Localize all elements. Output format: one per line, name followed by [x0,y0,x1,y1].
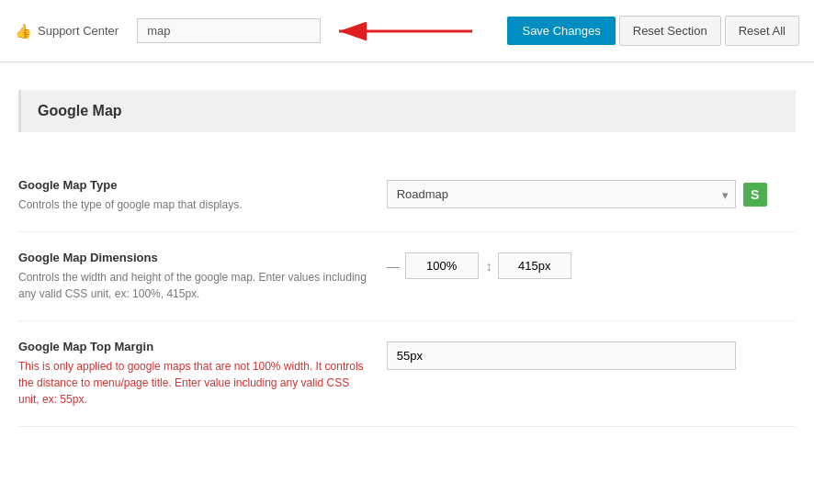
section-title: Google Map [38,103,779,119]
support-center-label: Support Center [38,24,119,38]
setting-row-map-dimensions: Google Map Dimensions Controls the width… [18,232,796,321]
height-input-group: ↕ [486,252,571,279]
setting-label-col-dimensions: Google Map Dimensions Controls the width… [18,251,368,302]
height-icon: ↕ [486,259,492,274]
reset-all-button[interactable]: Reset All [725,16,799,46]
search-wrapper [137,18,321,43]
map-height-input[interactable] [498,252,571,279]
s-smarty-icon: S [743,183,767,207]
setting-label-col-map-type: Google Map Type Controls the type of goo… [18,178,368,213]
section-header: Google Map [18,90,796,132]
main-content: Google Map Google Map Type Controls the … [0,62,814,445]
map-dimensions-label: Google Map Dimensions [18,251,368,264]
map-dimensions-control: — ↕ [387,251,796,279]
support-center-link[interactable]: 👍 Support Center [15,23,119,39]
map-margin-control [387,340,796,370]
map-type-description: Controls the type of google map that dis… [18,196,368,213]
map-dimensions-description: Controls the width and height of the goo… [18,269,368,302]
reset-section-button[interactable]: Reset Section [619,16,721,46]
search-input[interactable] [137,18,321,43]
map-margin-description: This is only applied to google maps that… [18,358,368,408]
width-input-group: — [387,252,479,279]
toolbar-right: Save Changes Reset Section Reset All [507,16,799,46]
map-type-select[interactable]: Roadmap Satellite Hybrid Terrain [387,180,736,208]
width-icon: — [387,259,400,274]
map-type-select-wrapper: Roadmap Satellite Hybrid Terrain [387,180,736,208]
save-changes-button[interactable]: Save Changes [507,17,615,45]
toolbar: 👍 Support Center Save Changes Reset Sect… [0,0,814,62]
setting-label-col-margin: Google Map Top Margin This is only appli… [18,340,368,408]
setting-row-map-type: Google Map Type Controls the type of goo… [18,160,796,232]
setting-row-map-margin: Google Map Top Margin This is only appli… [18,321,796,427]
thumbs-up-icon: 👍 [15,23,32,39]
map-margin-label: Google Map Top Margin [18,340,368,353]
map-type-label: Google Map Type [18,178,368,192]
map-type-control: Roadmap Satellite Hybrid Terrain S [387,178,796,208]
red-arrow-decoration [330,17,477,45]
map-top-margin-input[interactable] [387,342,736,370]
map-width-input[interactable] [405,252,479,279]
